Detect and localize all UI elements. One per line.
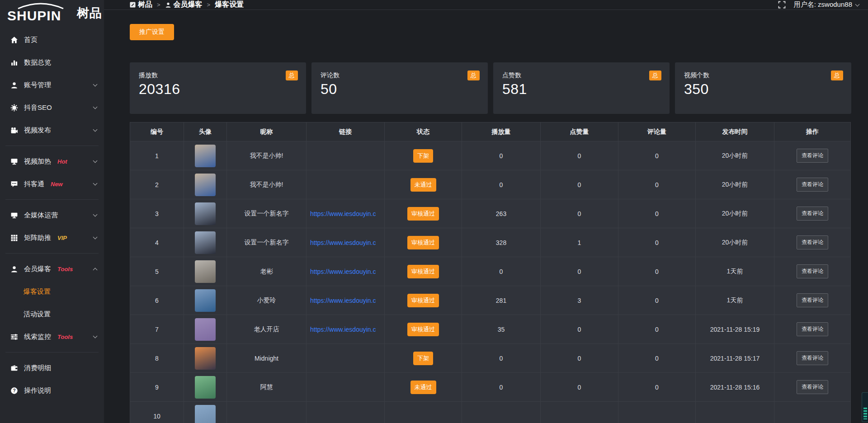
cell-id: 1	[130, 141, 184, 170]
view-comments-button[interactable]: 查看评论	[797, 351, 828, 365]
sidebar-item-label: 操作说明	[24, 386, 51, 395]
cell-nickname: 小爱玲	[227, 286, 307, 315]
video-link[interactable]: https://www.iesdouyin.c	[310, 239, 376, 246]
table-row: 4 设置一个新名字 https://www.iesdouyin.c 审核通过 3…	[130, 228, 851, 257]
chevron-down-icon	[93, 105, 98, 109]
cell-comments: 0	[618, 286, 696, 315]
sidebar-subitem-baoke-settings[interactable]: 爆客设置	[0, 280, 104, 303]
view-comments-button[interactable]: 查看评论	[797, 322, 828, 336]
sidebar-item-lead-monitoring[interactable]: 线索监控 Tools	[0, 325, 104, 348]
cell-publish-time: 2021-11-28 15:17	[696, 344, 774, 373]
table-row: 5 老彬 https://www.iesdouyin.c 审核通过 0 0 0 …	[130, 257, 851, 286]
total-badge: 总	[831, 70, 843, 80]
video-link[interactable]: https://www.iesdouyin.c	[310, 326, 376, 333]
sidebar-item-data-overview[interactable]: 数据总览	[0, 51, 104, 74]
sidebar-divider	[5, 146, 99, 146]
chevron-down-icon	[93, 127, 98, 132]
cell-avatar	[184, 344, 227, 373]
breadcrumb-separator: >	[157, 1, 160, 8]
promo-settings-button[interactable]: 推广设置	[130, 24, 174, 40]
sidebar-item-home[interactable]: 首页	[0, 28, 104, 51]
cell-nickname: 老彬	[227, 257, 307, 286]
avatar	[195, 376, 216, 399]
video-link[interactable]: https://www.iesdouyin.c	[310, 268, 376, 275]
view-comments-button[interactable]: 查看评论	[797, 293, 828, 307]
chevron-down-icon	[93, 212, 98, 217]
sidebar-subitem-activity-settings[interactable]: 活动设置	[0, 303, 104, 325]
sidebar-item-label: 视频加热	[24, 157, 51, 166]
cell-link: https://www.iesdouyin.c	[307, 199, 385, 228]
cell-plays: 0	[462, 257, 541, 286]
breadcrumb: 树品 > 会员爆客 > 爆客设置	[130, 0, 244, 9]
gear-icon	[10, 103, 18, 112]
cell-status: 未通过	[385, 170, 462, 199]
sidebar-item-douyin-seo[interactable]: 抖音SEO	[0, 96, 104, 119]
video-link[interactable]: https://www.iesdouyin.c	[310, 297, 376, 304]
sidebar-item-label: 矩阵助推	[24, 234, 51, 242]
cell-plays: 263	[462, 199, 541, 228]
cell-id: 5	[130, 257, 184, 286]
breadcrumb-item-baoke-settings[interactable]: 爆客设置	[215, 0, 244, 9]
fullscreen-button[interactable]	[778, 1, 786, 9]
app-logo: SHUPIN 树品	[0, 0, 104, 26]
col-header-avatar: 头像	[184, 122, 227, 141]
breadcrumb-item-member-baoke[interactable]: 会员爆客	[165, 0, 203, 9]
sidebar-item-video-publish[interactable]: 视频发布	[0, 119, 104, 141]
stripes-icon	[863, 408, 867, 419]
cell-nickname: 老人开店	[227, 315, 307, 344]
cell-avatar	[184, 315, 227, 344]
sidebar-item-label: 线索监控	[24, 333, 51, 341]
view-comments-button[interactable]: 查看评论	[797, 149, 828, 163]
avatar	[195, 260, 216, 283]
cell-status: 审核通过	[385, 286, 462, 315]
view-comments-button[interactable]: 查看评论	[797, 235, 828, 249]
sidebar-item-douketong[interactable]: 抖客通 New	[0, 173, 104, 195]
table-row: 3 设置一个新名字 https://www.iesdouyin.c 审核通过 2…	[130, 199, 851, 228]
sidebar-item-consumption-details[interactable]: 消费明细	[0, 357, 104, 379]
video-camera-icon	[10, 126, 18, 134]
sidebar-item-omni-media[interactable]: 全媒体运营	[0, 204, 104, 226]
topbar: 树品 > 会员爆客 > 爆客设置 用户名:	[104, 0, 868, 10]
sidebar-item-label: 数据总览	[24, 58, 51, 67]
chat-bubble-icon	[10, 180, 18, 188]
cell-actions: 查看评论	[774, 373, 851, 402]
sidebar-item-account-management[interactable]: 账号管理	[0, 74, 104, 96]
breadcrumb-separator: >	[207, 1, 211, 8]
breadcrumb-item-shupin[interactable]: 树品	[130, 0, 152, 9]
video-link[interactable]: https://www.iesdouyin.c	[310, 210, 376, 217]
floating-side-widget[interactable]	[862, 392, 868, 422]
sidebar-item-label: 消费明细	[24, 364, 51, 372]
sidebar-item-label: 抖客通	[24, 180, 44, 188]
stat-cards: 播放数 20316 总 评论数 50 总 点赞数 581 总 视频个数 350	[130, 62, 851, 114]
col-header-plays: 播放量	[462, 122, 541, 141]
chevron-down-icon	[93, 235, 98, 240]
sidebar-subitem-label: 爆客设置	[24, 287, 51, 296]
view-comments-button[interactable]: 查看评论	[797, 264, 828, 278]
sidebar-item-member-baoke[interactable]: 会员爆客 Tools	[0, 258, 104, 280]
cell-status	[385, 402, 462, 423]
view-comments-button[interactable]: 查看评论	[797, 380, 828, 394]
cell-actions: 查看评论	[774, 257, 851, 286]
cell-id: 9	[130, 373, 184, 402]
cell-actions: 查看评论	[774, 315, 851, 344]
view-comments-button[interactable]: 查看评论	[797, 207, 828, 221]
col-header-likes: 点赞量	[541, 122, 618, 141]
cell-actions: 查看评论	[774, 228, 851, 257]
avatar	[195, 318, 216, 341]
cell-status: 下架	[385, 344, 462, 373]
sidebar-item-video-heating[interactable]: 视频加热 Hot	[0, 150, 104, 173]
cell-likes: 0	[541, 373, 618, 402]
sidebar-item-matrix-boost[interactable]: 矩阵助推 VIP	[0, 226, 104, 249]
view-comments-button[interactable]: 查看评论	[797, 178, 828, 192]
status-badge: 审核通过	[407, 323, 439, 336]
user-menu[interactable]: 用户名: zswodun88	[794, 0, 859, 9]
cell-comments: 0	[618, 170, 696, 199]
cell-publish-time: 20小时前	[696, 228, 774, 257]
cell-avatar	[184, 402, 227, 423]
sidebar-item-instructions[interactable]: ? 操作说明	[0, 379, 104, 402]
cell-publish-time: 1天前	[696, 257, 774, 286]
status-badge: 下架	[413, 149, 433, 163]
cell-likes: 1	[541, 228, 618, 257]
grid-icon	[10, 234, 18, 242]
cell-link	[307, 344, 385, 373]
